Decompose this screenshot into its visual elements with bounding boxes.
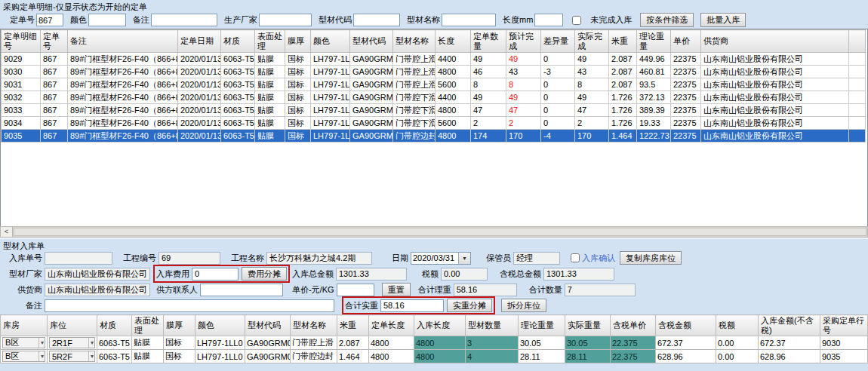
cell[interactable]: LH797-1LL0	[311, 78, 350, 91]
cell[interactable]: LH797-1LL0	[311, 130, 350, 143]
cell[interactable]: 3	[466, 336, 519, 350]
total-qty-field[interactable]	[565, 284, 636, 296]
chevron-down-icon[interactable]: ▾	[38, 338, 44, 348]
location-select[interactable]: 5R2F▾	[49, 351, 95, 362]
column-header[interactable]: 颜色	[195, 315, 245, 336]
cell[interactable]: 山东南山铝业股份有限公司	[701, 104, 849, 117]
cell[interactable]: 2020/01/13	[178, 130, 221, 143]
project-name-field[interactable]	[266, 252, 372, 265]
filter-input-manufacturer[interactable]	[259, 14, 312, 26]
cell[interactable]: 国标	[285, 91, 311, 104]
order-table-row[interactable]: 903486789#门框型材F26-F40（866+867）2020/01/13…	[2, 117, 866, 130]
cell[interactable]: 47	[506, 104, 541, 117]
total-amount-field[interactable]	[336, 268, 407, 281]
cell[interactable]: 2020/01/13	[178, 53, 221, 66]
cell[interactable]: 89#门框型材F26-F40（866+867）	[68, 104, 178, 117]
order-table-row[interactable]: 903386789#门框型材F26-F40（866+867）2020/01/13…	[2, 104, 866, 117]
cell[interactable]: 8	[575, 78, 609, 91]
cell[interactable]: GA90GRM03	[350, 66, 393, 78]
filter-input-order-no[interactable]	[36, 14, 63, 26]
cell[interactable]: 672.37	[656, 336, 716, 350]
cell[interactable]: 372.13	[637, 91, 671, 104]
cell[interactable]: 22375	[671, 104, 701, 117]
cell[interactable]	[849, 66, 866, 78]
filter-input-profile-code[interactable]	[353, 14, 400, 26]
supplier-field[interactable]	[45, 284, 150, 296]
column-header[interactable]: 采购定单行号	[820, 315, 868, 336]
scrollbar-thumb[interactable]	[14, 228, 866, 236]
filter-input-remark[interactable]	[151, 14, 217, 26]
cell[interactable]: 30.05	[519, 336, 565, 350]
inbound-confirm-checkbox[interactable]	[571, 253, 580, 262]
date-input[interactable]	[411, 253, 458, 264]
column-header[interactable]: 实际重量	[565, 315, 611, 336]
cell[interactable]: 6063-T5	[221, 117, 255, 130]
cell[interactable]: 89#门框型材F26-F40（866+867）	[68, 117, 178, 130]
cell[interactable]: 山东南山铝业股份有限公司	[701, 117, 849, 130]
cell[interactable]: 2	[506, 117, 541, 130]
cell[interactable]: 1222.73	[637, 130, 671, 143]
cell[interactable]: 93.5	[637, 78, 671, 91]
cell[interactable]: GA90GRM03	[245, 336, 291, 350]
column-header[interactable]: 库房	[1, 315, 48, 336]
cell[interactable]: 国标	[285, 117, 311, 130]
order-table-row[interactable]: 903086789#门框型材F26-F40（866+867）2020/01/13…	[2, 66, 866, 78]
cell[interactable]: 4800	[436, 130, 471, 143]
cell[interactable]: 89#门框型材F26-F40（866+867）	[68, 78, 178, 91]
filter-input-length-mm[interactable]	[534, 14, 563, 26]
cell[interactable]	[849, 78, 866, 91]
column-header[interactable]: 预计完成	[506, 30, 541, 53]
project-no-field[interactable]	[159, 252, 220, 265]
cell[interactable]: 867	[41, 117, 68, 130]
cell[interactable]: 贴膜	[255, 66, 285, 78]
cell[interactable]: 9035	[820, 350, 868, 363]
cell[interactable]	[849, 130, 866, 143]
cell[interactable]: 门带腔上滑	[393, 78, 436, 91]
cell[interactable]: 22375	[671, 130, 701, 143]
cell[interactable]: 门带腔下滑	[393, 91, 436, 104]
cell[interactable]: 2020/01/13	[178, 91, 221, 104]
cell[interactable]: GA90GRM05	[350, 130, 393, 143]
cell[interactable]: 9030	[820, 336, 868, 350]
cell[interactable]: -4	[541, 130, 575, 143]
cell[interactable]: 4800	[414, 350, 466, 363]
cell[interactable]: 山东南山铝业股份有限公司	[701, 66, 849, 78]
total-actual-weight-field[interactable]	[380, 299, 444, 312]
column-header[interactable]: 型材名称	[393, 30, 436, 53]
cell[interactable]: 山东南山铝业股份有限公司	[701, 78, 849, 91]
column-header[interactable]: 膜厚	[164, 315, 195, 336]
cell[interactable]: GA90GRM03	[350, 53, 393, 66]
cell[interactable]: 170	[506, 130, 541, 143]
cell[interactable]	[849, 53, 866, 66]
column-header[interactable]: 型材代码	[350, 30, 393, 53]
cell[interactable]: 2020/01/13	[178, 66, 221, 78]
cell[interactable]: GA90GRM04	[350, 104, 393, 117]
reset-button[interactable]: 重置	[382, 283, 411, 296]
location-select[interactable]: 2R1F▾	[49, 337, 95, 348]
cell[interactable]	[849, 91, 866, 104]
cell[interactable]: 2.087	[609, 66, 637, 78]
cell[interactable]: 9030	[2, 66, 41, 78]
cell[interactable]: GA90GRM04	[350, 117, 393, 130]
column-header[interactable]: 材质	[97, 315, 132, 336]
column-header[interactable]: 单价	[671, 30, 701, 53]
column-header[interactable]: 型材数量	[466, 315, 519, 336]
cell[interactable]: GA90GRM03	[350, 78, 393, 91]
unfinished-inbound-checkbox[interactable]	[572, 16, 581, 25]
column-header[interactable]: 差异量	[541, 30, 575, 53]
cell[interactable]: 4	[466, 350, 519, 363]
cell[interactable]: 2.087	[337, 336, 369, 350]
cell[interactable]: 国标	[285, 130, 311, 143]
cell[interactable]: B区▾	[1, 350, 48, 363]
cell[interactable]: 8	[471, 78, 506, 91]
cell[interactable]: 0.00	[716, 336, 759, 350]
cell[interactable]: 4800	[436, 66, 471, 78]
cell[interactable]: 89#门框型材F26-F40（866+867）	[68, 53, 178, 66]
cell[interactable]: 49	[471, 91, 506, 104]
cell[interactable]: 4800	[369, 336, 414, 350]
cell[interactable]: 628.96	[759, 350, 820, 363]
cell[interactable]: 2020/01/13	[178, 117, 221, 130]
cell[interactable]: 22375	[671, 78, 701, 91]
column-header[interactable]: 实际完成	[575, 30, 609, 53]
cell[interactable]: 49	[506, 91, 541, 104]
